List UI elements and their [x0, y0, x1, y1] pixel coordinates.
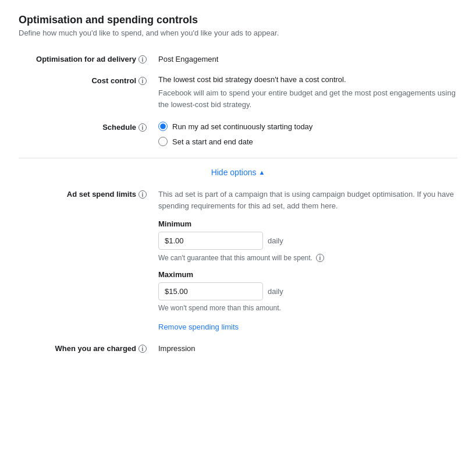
spend-limits-desc: This ad set is part of a campaign that i…	[158, 189, 457, 211]
page-title: Optimisation and spending controls	[19, 14, 457, 26]
schedule-radio-continuous[interactable]	[158, 122, 168, 131]
schedule-radio-start-end[interactable]	[158, 137, 168, 146]
schedule-radio-group: Run my ad set continuously starting toda…	[158, 122, 457, 146]
cost-control-label: Cost control i	[19, 75, 158, 85]
cost-control-title: The lowest cost bid strategy doesn't hav…	[158, 75, 457, 84]
schedule-content: Run my ad set continuously starting toda…	[158, 122, 457, 146]
when-charged-value: Impression	[158, 343, 457, 353]
cost-control-desc: Facebook will aim to spend your entire b…	[158, 87, 457, 110]
optimization-info-icon[interactable]: i	[138, 55, 147, 63]
hide-options-button[interactable]: Hide options ▲	[19, 168, 457, 177]
minimum-amount-input[interactable]	[158, 232, 263, 250]
page-subtitle: Define how much you'd like to spend, and…	[19, 29, 457, 37]
maximum-input-row: daily	[158, 282, 457, 300]
optimization-label: Optimisation for ad delivery i	[19, 54, 158, 63]
schedule-info-icon[interactable]: i	[138, 123, 147, 132]
when-charged-info-icon[interactable]: i	[138, 345, 147, 353]
when-charged-section: When you are charged i Impression	[19, 343, 457, 353]
minimum-hint-icon[interactable]: i	[316, 254, 324, 262]
optimization-section: Optimisation for ad delivery i Post Enga…	[19, 54, 457, 63]
schedule-option-start-end[interactable]: Set a start and end date	[158, 137, 457, 146]
maximum-hint: We won't spend more than this amount.	[158, 304, 457, 312]
minimum-daily-label: daily	[268, 236, 283, 245]
cost-control-section: Cost control i The lowest cost bid strat…	[19, 75, 457, 110]
minimum-label: Minimum	[158, 219, 457, 228]
ad-set-spend-content: This ad set is part of a campaign that i…	[158, 189, 457, 331]
maximum-daily-label: daily	[268, 287, 283, 296]
minimum-input-row: daily	[158, 232, 457, 250]
schedule-section: Schedule i Run my ad set continuously st…	[19, 122, 457, 146]
ad-set-spend-label: Ad set spend limits i	[19, 189, 158, 199]
schedule-label: Schedule i	[19, 122, 158, 132]
cost-control-content: The lowest cost bid strategy doesn't hav…	[158, 75, 457, 110]
when-charged-label: When you are charged i	[19, 343, 158, 353]
maximum-label: Maximum	[158, 270, 457, 279]
cost-control-info-icon[interactable]: i	[138, 77, 147, 85]
when-charged-content: Impression	[158, 343, 457, 353]
ad-set-spend-section: Ad set spend limits i This ad set is par…	[19, 189, 457, 331]
remove-spending-limits-link[interactable]: Remove spending limits	[158, 323, 239, 331]
schedule-option-continuous[interactable]: Run my ad set continuously starting toda…	[158, 122, 457, 131]
divider	[19, 158, 457, 158]
optimization-value: Post Engagement	[158, 54, 457, 63]
minimum-hint: We can't guarantee that this amount will…	[158, 253, 457, 262]
ad-set-spend-info-icon[interactable]: i	[138, 190, 147, 199]
maximum-amount-input[interactable]	[158, 282, 263, 300]
